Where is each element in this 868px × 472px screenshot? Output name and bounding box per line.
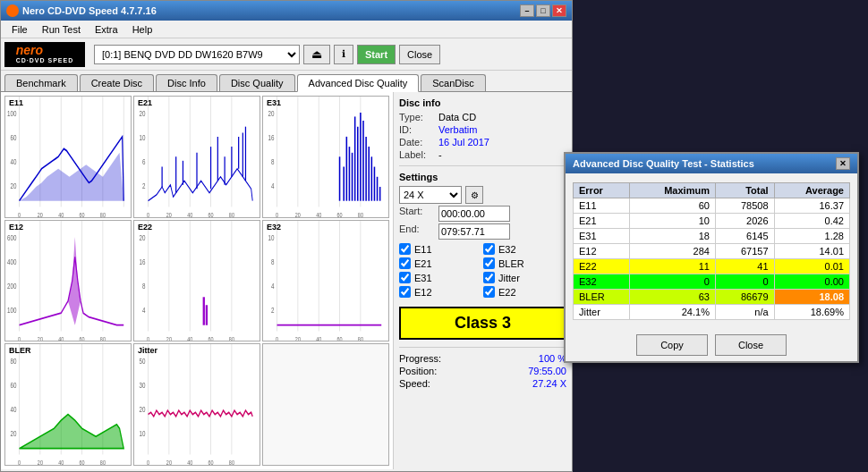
svg-text:20: 20	[38, 459, 43, 465]
speed-config-button[interactable]: ⚙	[465, 186, 483, 204]
stats-row-e11: E11 60 78508 16.37	[574, 198, 850, 214]
checkbox-e22-input[interactable]	[483, 286, 495, 298]
chart-bler: BLER 80 60 40 20 0 20 40	[4, 343, 132, 466]
svg-text:20: 20	[268, 109, 275, 118]
maximize-button[interactable]: □	[536, 4, 550, 17]
menu-file[interactable]: File	[4, 22, 35, 37]
stats-row-e31: E31 18 6145 1.28	[574, 229, 850, 244]
checkbox-e11-input[interactable]	[399, 243, 411, 255]
title-bar-controls: – □ ✕	[520, 4, 566, 17]
svg-text:60: 60	[11, 382, 17, 391]
svg-text:80: 80	[229, 459, 234, 465]
stats-jitter-total: n/a	[715, 305, 774, 320]
stats-e12-label: E12	[574, 244, 630, 259]
svg-text:16: 16	[268, 133, 275, 142]
svg-text:20: 20	[166, 334, 172, 341]
stats-e22-max: 11	[629, 259, 715, 274]
checkbox-e12-input[interactable]	[399, 286, 411, 298]
tab-scan-disc[interactable]: ScanDisc	[421, 74, 485, 91]
drive-select[interactable]: [0:1] BENQ DVD DD DW1620 B7W9	[94, 45, 300, 64]
disc-date-label: Date:	[399, 137, 435, 148]
stats-bler-label: BLER	[574, 290, 630, 305]
chart-jitter-svg: 50 30 20 10 0 20 40 60 80	[134, 344, 260, 465]
svg-text:80: 80	[11, 358, 17, 367]
tab-create-disc[interactable]: Create Disc	[80, 74, 154, 91]
stats-e12-avg: 14.01	[774, 244, 849, 259]
svg-text:60: 60	[80, 459, 85, 465]
start-button[interactable]: Start	[357, 45, 396, 64]
chart-e21-label: E21	[138, 98, 152, 107]
svg-text:60: 60	[208, 211, 214, 217]
checkbox-e31-label: E31	[414, 273, 432, 283]
svg-text:20: 20	[140, 109, 146, 118]
chart-e21-svg: 20 10 6 2 0 20 40 60 80	[134, 97, 260, 217]
menu-help[interactable]: Help	[125, 22, 160, 37]
checkbox-bler-label: BLER	[498, 258, 524, 269]
toolbar: nero CD·DVD SPEED [0:1] BENQ DVD DD DW16…	[1, 38, 572, 71]
svg-text:20: 20	[166, 211, 172, 217]
close-app-button[interactable]: Close	[399, 45, 440, 64]
col-header-maximum: Maximum	[629, 183, 715, 198]
nero-logo: nero CD·DVD SPEED	[4, 42, 85, 67]
tab-disc-quality[interactable]: Disc Quality	[219, 74, 295, 91]
close-dialog-button[interactable]: Close	[715, 334, 787, 356]
stats-e11-label: E11	[574, 198, 630, 214]
svg-text:600: 600	[7, 233, 16, 242]
col-header-total: Total	[715, 183, 774, 198]
stats-bler-max: 63	[629, 290, 715, 305]
start-input[interactable]	[438, 206, 510, 222]
chart-e31-svg: 20 16 8 4 0 20 40 60 80	[263, 97, 388, 217]
dialog-title: Advanced Disc Quality Test - Statistics	[573, 158, 754, 169]
svg-text:40: 40	[316, 334, 321, 341]
svg-text:0: 0	[18, 334, 21, 341]
speed-select[interactable]: 24 X	[399, 186, 462, 204]
stats-e32-avg: 0.00	[774, 274, 849, 290]
chart-e11-label: E11	[9, 98, 23, 107]
svg-text:60: 60	[337, 211, 343, 217]
svg-text:40: 40	[11, 406, 17, 415]
tab-disc-info[interactable]: Disc Info	[156, 74, 217, 91]
stats-table: Error Maximum Total Average E11 60 78508…	[573, 182, 850, 320]
tab-benchmark[interactable]: Benchmark	[4, 74, 78, 91]
svg-text:80: 80	[358, 334, 363, 341]
class-value: Class 3	[455, 314, 511, 332]
checkbox-e32-input[interactable]	[483, 243, 495, 255]
svg-text:0: 0	[147, 334, 149, 341]
chart-e12-svg: 600 400 200 100 0 20 40 60 80	[5, 221, 131, 341]
checkbox-e21-input[interactable]	[399, 257, 411, 269]
start-row: Start:	[399, 206, 566, 222]
end-input[interactable]	[438, 223, 510, 240]
close-button[interactable]: ✕	[552, 4, 566, 17]
dialog-close-button[interactable]: ✕	[836, 157, 850, 170]
svg-text:40: 40	[58, 334, 64, 341]
checkbox-e31-input[interactable]	[399, 272, 411, 283]
svg-text:20: 20	[11, 429, 17, 438]
chart-bler-svg: 80 60 40 20 0 20 40 60 80	[5, 344, 131, 465]
chart-bler-label: BLER	[9, 346, 31, 355]
menu-extra[interactable]: Extra	[88, 22, 125, 37]
svg-text:40: 40	[187, 211, 192, 217]
checkbox-e11: E11	[399, 243, 482, 255]
chart-e12-label: E12	[9, 223, 23, 232]
stats-bler-total: 86679	[715, 290, 774, 305]
svg-text:10: 10	[140, 429, 146, 438]
tab-advanced-disc-quality[interactable]: Advanced Disc Quality	[297, 74, 420, 92]
eject-button[interactable]: ⏏	[303, 45, 330, 64]
copy-button[interactable]: Copy	[636, 334, 708, 356]
svg-text:20: 20	[38, 211, 43, 217]
content-area: E11 100 60 40 20	[1, 92, 572, 469]
svg-text:0: 0	[147, 459, 149, 465]
menu-run-test[interactable]: Run Test	[35, 22, 88, 37]
info-button[interactable]: ℹ	[334, 45, 353, 64]
position-value: 79:55.00	[528, 366, 566, 376]
svg-text:8: 8	[271, 257, 274, 266]
checkbox-jitter-input[interactable]	[483, 272, 495, 283]
main-app: Nero CD-DVD Speed 4.7.7.16 – □ ✕ File Ru…	[0, 0, 573, 472]
chart-empty	[262, 343, 389, 466]
checkbox-bler-input[interactable]	[483, 257, 495, 269]
title-bar: Nero CD-DVD Speed 4.7.7.16 – □ ✕	[1, 1, 572, 21]
minimize-button[interactable]: –	[520, 4, 534, 17]
class-box: Class 3	[399, 307, 566, 340]
svg-text:50: 50	[140, 358, 146, 367]
svg-text:0: 0	[276, 211, 278, 217]
